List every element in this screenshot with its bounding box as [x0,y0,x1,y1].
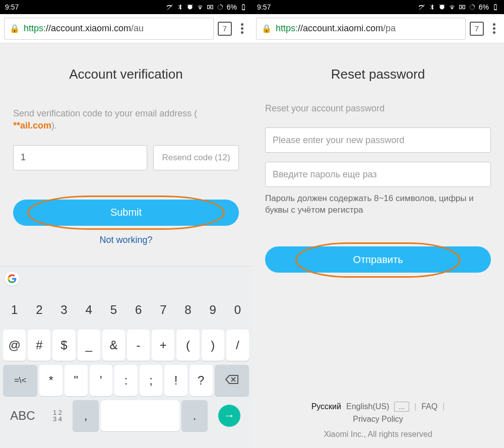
url-domain: //account.xiaomi.com [298,23,383,34]
resend-button[interactable]: Resend code (12) [153,145,239,170]
key-numswitch[interactable]: 1 23 4 [44,400,71,431]
tab-count[interactable]: 7 [470,22,484,36]
key-symbols[interactable]: =\< [3,365,37,396]
key-space[interactable] [101,400,179,431]
tab-count[interactable]: 7 [218,22,232,36]
svg-rect-3 [243,4,244,5]
browser-bar: 🔒 https://account.xiaomi.com/pa 7 [252,14,504,43]
key-2[interactable]: 2 [28,294,50,326]
key-amp[interactable]: & [102,330,125,361]
key-squote[interactable]: ' [90,365,113,396]
key-enter[interactable]: → [210,400,249,431]
phone-left: 9:57 6% 🔒 https://account.xiaomi.com/au … [0,0,252,448]
alarm-icon [186,4,194,11]
key-plus[interactable]: + [152,330,174,361]
backspace-icon [225,373,239,388]
key-hash[interactable]: # [28,330,50,361]
page-title: Account verification [13,67,239,82]
svg-rect-8 [495,4,496,5]
bluetooth-icon [176,4,183,11]
key-1[interactable]: 1 [3,294,26,326]
url-box[interactable]: 🔒 https://account.xiaomi.com/au [4,18,214,40]
keyboard-suggestion-bar [0,266,252,290]
status-icons: 6% [418,3,499,11]
wifi-off-icon [166,4,173,11]
key-semicolon[interactable]: ; [140,365,163,396]
lang-en[interactable]: English(US) [346,402,389,411]
faq-link[interactable]: FAQ [421,402,437,411]
key-lparen[interactable]: ( [176,330,199,361]
submit-button[interactable]: Отправить [265,246,491,273]
menu-icon[interactable] [488,21,500,36]
key-5[interactable]: 5 [102,294,125,326]
footer: Русский English(US) ... | FAQ | Privacy … [252,402,504,439]
svg-rect-4 [242,9,244,10]
key-4[interactable]: 4 [78,294,100,326]
content-left: Account verification Send verification c… [0,67,252,245]
url-protocol: https: [24,23,46,34]
close-box-icon [207,4,214,11]
key-minus[interactable]: - [127,330,150,361]
not-working-link[interactable]: Not working? [13,235,239,245]
key-7[interactable]: 7 [152,294,174,326]
masked-email: **ail.com [13,120,51,131]
status-time: 9:57 [5,3,19,11]
key-9[interactable]: 9 [202,294,224,326]
key-at[interactable]: @ [3,330,26,361]
url-path: /pa [383,23,396,34]
url-box[interactable]: 🔒 https://account.xiaomi.com/pa [256,18,466,40]
lang-more[interactable]: ... [394,402,409,412]
loading-icon [217,4,224,11]
menu-icon[interactable] [236,21,248,36]
url-protocol: https: [276,23,298,34]
subtitle: Reset your account password [265,102,491,114]
key-0[interactable]: 0 [226,294,249,326]
key-star[interactable]: * [39,365,62,396]
key-6[interactable]: 6 [127,294,150,326]
content-right: Reset password Reset your account passwo… [252,67,504,273]
google-icon[interactable] [5,272,19,286]
key-dollar[interactable]: $ [52,330,75,361]
arrow-right-icon: → [218,405,240,427]
submit-button[interactable]: Submit [13,200,239,226]
battery-icon [492,4,499,11]
key-8[interactable]: 8 [176,294,199,326]
key-excl[interactable]: ! [164,365,187,396]
key-3[interactable]: 3 [52,294,75,326]
new-password-input[interactable]: Please enter your new password [265,127,491,153]
url-domain: //account.xiaomi.com [46,23,131,34]
verification-prompt: Send verification code to your email add… [13,107,239,132]
wifi-icon [449,4,456,11]
copyright: Xiaomi Inc., All rights reserved [262,430,494,439]
battery-icon [240,4,247,11]
key-colon[interactable]: : [114,365,138,396]
loading-icon [469,4,476,11]
key-backspace[interactable] [215,365,249,396]
key-abc[interactable]: ABC [3,400,42,431]
browser-bar: 🔒 https://account.xiaomi.com/au 7 [0,14,252,43]
password-hint: Пароль должен содержать 8~16 символов, ц… [265,193,491,216]
status-bar: 9:57 6% [252,0,504,14]
wifi-off-icon [418,4,425,11]
key-comma[interactable]: , [73,400,99,431]
key-underscore[interactable]: _ [78,330,100,361]
status-bar: 9:57 6% [0,0,252,14]
key-rparen[interactable]: ) [202,330,224,361]
wifi-icon [197,4,204,11]
phone-right: 9:57 6% 🔒 https://account.xiaomi.com/pa … [252,0,504,448]
lock-icon: 🔒 [10,24,20,33]
status-icons: 6% [166,3,247,11]
code-input[interactable]: 1 [13,145,147,170]
close-box-icon [459,4,466,11]
keyboard[interactable]: 1 2 3 4 5 6 7 8 9 0 @ # $ _ & - + ( ) / … [0,290,252,448]
lang-ru[interactable]: Русский [311,402,341,411]
confirm-password-input[interactable]: Введите пароль еще раз [265,162,491,187]
key-dquote[interactable]: " [65,365,88,396]
key-question[interactable]: ? [190,365,213,396]
url-path: /au [131,23,144,34]
key-slash[interactable]: / [226,330,249,361]
privacy-link[interactable]: Privacy Policy [353,415,403,423]
alarm-icon [438,4,446,11]
page-title: Reset password [265,67,491,82]
key-period[interactable]: . [181,400,208,431]
